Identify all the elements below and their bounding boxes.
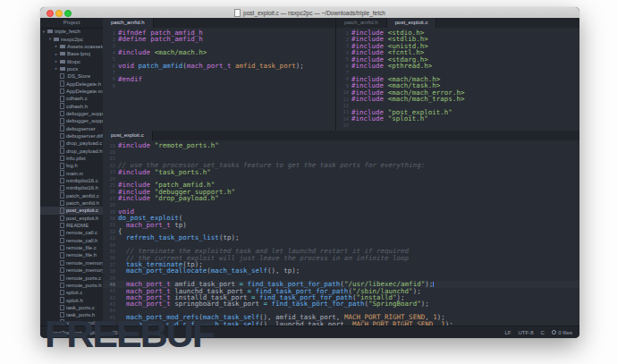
code-area-bottom[interactable]: 19#include "remote_ports.h"202122// use … bbox=[103, 140, 579, 326]
line-number: 2 bbox=[103, 37, 118, 42]
code-line[interactable]: 9 bbox=[103, 82, 335, 89]
folder-icon bbox=[60, 60, 65, 63]
code-line[interactable]: 23#include "task_ports.h" bbox=[103, 169, 579, 175]
code-line[interactable]: 11#include <mach/mach_traps.h> bbox=[336, 96, 579, 102]
line-number: 9 bbox=[103, 83, 118, 89]
file-icon bbox=[60, 125, 64, 131]
status-language[interactable]: C bbox=[540, 330, 544, 335]
tree-item-remote_call.c[interactable]: remote_call.c bbox=[40, 229, 103, 236]
tree-item-drop_payload.c[interactable]: drop_payload.c bbox=[40, 140, 103, 147]
code-line[interactable]: 2#define patch_amfid_h bbox=[103, 36, 335, 42]
folder-icon bbox=[47, 30, 53, 33]
pane-top-right: patch_amfid.hpost_exploit.c 1#include <s… bbox=[335, 18, 579, 131]
line-number: 1 bbox=[336, 30, 351, 36]
tab-patch_amfid.h[interactable]: patch_amfid.h bbox=[103, 18, 154, 28]
code-line[interactable]: 14#include "sploit.h" bbox=[336, 115, 579, 122]
editor-window: post_exploit.c — nsxpc2pc — ~/Downloads/… bbox=[40, 7, 579, 338]
code-line[interactable]: 43 mach_port_t springboard_task_port = f… bbox=[103, 301, 579, 307]
document-icon bbox=[234, 9, 241, 17]
tree-item-label: sploit.c bbox=[66, 290, 82, 295]
tree-item-label: info.plist bbox=[66, 156, 86, 161]
code-area-top-right[interactable]: 1#include <stdio.h>2#include <stdlib.h>3… bbox=[336, 28, 579, 131]
code-line[interactable]: 38 mach_port_deallocate(mach_task_self()… bbox=[103, 267, 579, 274]
tree-item-AppDelegate.m[interactable]: AppDelegate.m bbox=[40, 88, 103, 95]
tree-item-cdhash.c[interactable]: cdhash.c bbox=[40, 95, 103, 102]
code-line[interactable]: 6#include <pthread.h> bbox=[336, 63, 579, 69]
tree-item-README[interactable]: README bbox=[40, 222, 103, 229]
tab-post_exploit.c[interactable]: post_exploit.c bbox=[103, 131, 153, 140]
chevron-right-icon: ▸ bbox=[55, 44, 58, 48]
file-icon bbox=[60, 305, 64, 311]
tab-post_exploit.c[interactable]: post_exploit.c bbox=[387, 18, 437, 28]
code-line[interactable]: 20 bbox=[103, 148, 579, 155]
tree-item-patch_amfid.c[interactable]: patch_amfid.c bbox=[40, 192, 103, 199]
line-number: 10 bbox=[336, 89, 351, 95]
tree-item-remote_file.h[interactable]: remote_file.h bbox=[40, 251, 103, 258]
tree-item-sploit.h[interactable]: sploit.h bbox=[40, 296, 103, 303]
status-line-ending[interactable]: LF bbox=[504, 330, 511, 335]
tree-item-Assets.xcassets[interactable]: ▸Assets.xcassets bbox=[40, 43, 103, 50]
git-status[interactable]: 0 files bbox=[552, 330, 572, 335]
code-text: refresh_task_ports_list(tp); bbox=[118, 234, 239, 241]
code-line[interactable]: 28 bbox=[103, 202, 579, 208]
line-number: 22 bbox=[103, 163, 118, 168]
tree-item-label: Assets.xcassets bbox=[67, 44, 103, 49]
tree-item-triple_fetch[interactable]: ▾triple_fetch bbox=[40, 28, 103, 35]
file-icon bbox=[60, 223, 64, 229]
tree-item-minibplist16.h[interactable]: minibplist16.h bbox=[40, 184, 103, 191]
tree-item-nsxpc2pc[interactable]: ▾nsxpc2pc bbox=[40, 35, 103, 42]
code-line[interactable]: 8#endif bbox=[103, 76, 335, 82]
line-number: 2 bbox=[336, 37, 351, 42]
file-icon bbox=[60, 283, 64, 289]
tree-item-pocs[interactable]: ▸pocs bbox=[40, 65, 103, 72]
line-number: 3 bbox=[103, 43, 118, 48]
tree-item-sploit.c[interactable]: sploit.c bbox=[40, 289, 103, 296]
tab-patch_amfid.h[interactable]: patch_amfid.h bbox=[336, 18, 387, 28]
tree-item-label: main.m bbox=[66, 171, 83, 176]
code-text: mach_port_t springboard_task_port = find… bbox=[118, 301, 429, 307]
status-encoding[interactable]: UTF-8 bbox=[518, 330, 533, 335]
code-line[interactable]: 33 refresh_task_ports_list(tp); bbox=[103, 234, 579, 241]
line-number: 4 bbox=[103, 50, 118, 55]
tree-item-cdhash.h[interactable]: cdhash.h bbox=[40, 102, 103, 109]
tree-item-.DS_Store[interactable]: .DS_Store bbox=[40, 72, 103, 80]
watermark: FREEBUF bbox=[45, 312, 214, 356]
tree-item-debugserver.diff[interactable]: debugserver.diff bbox=[40, 132, 103, 140]
tree-item-debugger_support.c[interactable]: debugger_support.c bbox=[40, 110, 103, 117]
code-line[interactable]: 15 bbox=[336, 122, 579, 128]
tree-item-remote_ports.c[interactable]: remote_ports.c bbox=[40, 274, 103, 281]
tree-item-debugger_support.h[interactable]: debugger_support.h bbox=[40, 117, 103, 124]
tree-item-drop_payload.h[interactable]: drop_payload.h bbox=[40, 148, 103, 155]
tree-item-info.plist[interactable]: info.plist bbox=[40, 155, 103, 162]
code-line[interactable]: 27#include "drop_payload.h" bbox=[103, 195, 579, 201]
tree-item-main.m[interactable]: main.m bbox=[40, 170, 103, 177]
tree-item-patch_amfid.h[interactable]: patch_amfid.h bbox=[40, 199, 103, 207]
tree-item-label: log.h bbox=[66, 163, 78, 168]
tree-item-debugserver[interactable]: debugserver bbox=[40, 124, 103, 131]
tree-item-Base.lproj[interactable]: ▸Base.lproj bbox=[40, 50, 103, 57]
git-commit-icon bbox=[552, 330, 557, 335]
tree-item-log.h[interactable]: log.h bbox=[40, 162, 103, 169]
line-number: 31 bbox=[103, 222, 118, 227]
tree-item-minibplist16.c[interactable]: minibplist16.c bbox=[40, 177, 103, 184]
tree-item-AppDelegate.h[interactable]: AppDelegate.h bbox=[40, 80, 103, 87]
tree-item-task_ports.c[interactable]: task_ports.c bbox=[40, 304, 103, 311]
tree-item-post_exploit.c[interactable]: post_exploit.c bbox=[40, 207, 103, 214]
file-tree: ▾triple_fetch▾nsxpc2pc▸Assets.xcassets▸B… bbox=[40, 28, 103, 326]
tree-item-label: cdhash.c bbox=[66, 96, 88, 101]
tree-item-remote_memory.h[interactable]: remote_memory.h bbox=[40, 267, 103, 274]
tree-item-post_exploit.h[interactable]: post_exploit.h bbox=[40, 215, 103, 222]
code-line[interactable]: 4#include <mach/mach.h> bbox=[103, 49, 335, 55]
code-area-top-left[interactable]: 1#ifndef patch_amfid_h2#define patch_amf… bbox=[103, 28, 335, 131]
tree-item-remote_memory.c[interactable]: remote_memory.c bbox=[40, 259, 103, 267]
tree-item-label: README bbox=[66, 223, 89, 228]
tree-item-libxpc[interactable]: ▸libxpc bbox=[40, 57, 103, 64]
code-line[interactable]: 19#include "remote_ports.h" bbox=[103, 142, 579, 148]
tree-item-remote_call.h[interactable]: remote_call.h bbox=[40, 237, 103, 244]
line-number: 30 bbox=[103, 216, 118, 221]
tree-item-remote_ports.h[interactable]: remote_ports.h bbox=[40, 282, 103, 289]
code-line[interactable]: 6void patch_amfid(mach_port_t amfid_task… bbox=[103, 63, 335, 69]
tree-item-label: drop_payload.h bbox=[66, 148, 103, 154]
code-line[interactable]: 31 mach_port_t tp) bbox=[103, 222, 579, 228]
tree-item-remote_file.c[interactable]: remote_file.c bbox=[40, 244, 103, 251]
